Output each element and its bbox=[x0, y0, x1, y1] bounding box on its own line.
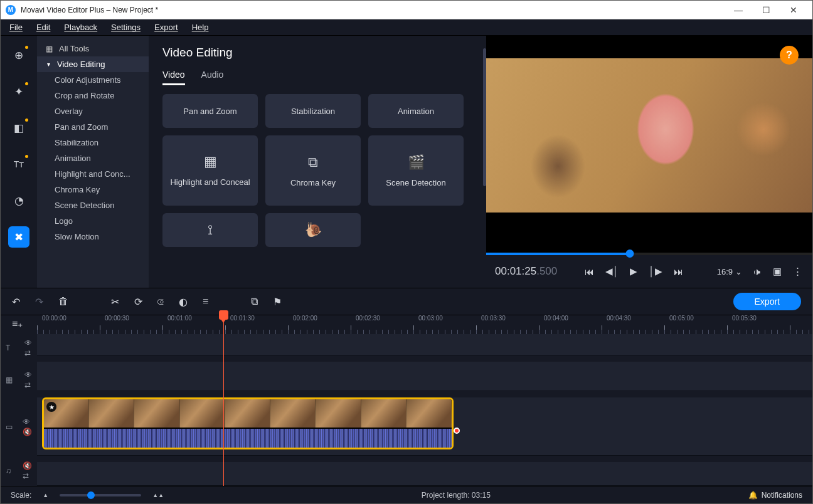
redo-button[interactable]: ↷ bbox=[35, 296, 43, 308]
maximize-button[interactable]: ☐ bbox=[752, 1, 780, 19]
menu-export[interactable]: Export bbox=[154, 23, 178, 32]
color-button[interactable]: ◐ bbox=[179, 296, 188, 308]
video-lane[interactable]: ★ bbox=[37, 397, 812, 456]
app-icon: M bbox=[6, 5, 16, 15]
scene-icon: 🎬 bbox=[408, 154, 425, 171]
eye-icon[interactable]: 👁 bbox=[24, 370, 32, 379]
snapshot-button[interactable]: ▣ bbox=[772, 266, 783, 277]
video-frame bbox=[486, 58, 812, 213]
export-button[interactable]: Export bbox=[733, 293, 801, 310]
sidebar-item-slow-motion[interactable]: Slow Motion bbox=[37, 229, 149, 244]
eye-icon[interactable]: 👁 bbox=[23, 417, 32, 426]
rail-wand-button[interactable]: ✦ bbox=[8, 81, 29, 102]
card-animation[interactable]: Animation bbox=[368, 94, 464, 128]
sidebar-item-color-adjustments[interactable]: Color Adjustments bbox=[37, 72, 149, 88]
project-length: Project length: 03:15 bbox=[175, 491, 737, 500]
volume-button[interactable]: 🕩 bbox=[751, 266, 763, 277]
track-head-audio[interactable]: ♫ 🔇⇄ bbox=[1, 456, 37, 486]
play-button[interactable]: ▶ bbox=[629, 266, 639, 277]
sidebar-video-editing[interactable]: ▾ Video Editing bbox=[37, 56, 149, 72]
minimize-button[interactable]: — bbox=[725, 1, 752, 19]
prev-clip-button[interactable]: ⏮ bbox=[583, 266, 595, 277]
rotate-button[interactable]: ⟳ bbox=[134, 296, 142, 308]
clip-end-handle[interactable] bbox=[454, 428, 460, 434]
sidebar-item-animation[interactable]: Animation bbox=[37, 150, 149, 166]
adjust-button[interactable]: ≡ bbox=[203, 296, 208, 307]
rail-moon-button[interactable]: ◔ bbox=[8, 190, 29, 211]
add-track-button[interactable]: ≡₊ bbox=[12, 318, 23, 330]
star-icon: ★ bbox=[46, 402, 56, 412]
card-stabilization[interactable]: Stabilization bbox=[265, 94, 361, 128]
track-head-overlay[interactable]: ▦ 👁⇄ bbox=[1, 362, 37, 397]
card-extra-2[interactable]: 🐌 bbox=[265, 213, 361, 247]
sidebar-item-crop-rotate[interactable]: Crop and Rotate bbox=[37, 88, 149, 103]
video-clip[interactable]: ★ bbox=[42, 397, 454, 449]
step-fwd-button[interactable]: │▶ bbox=[647, 266, 663, 277]
menu-playback[interactable]: Playback bbox=[64, 23, 97, 32]
record-button[interactable]: ⧉ bbox=[251, 296, 258, 307]
card-extra-1[interactable]: ⟟ bbox=[162, 213, 258, 247]
zoom-out-button[interactable]: ▲ bbox=[43, 492, 48, 498]
statusbar: Scale: ▲ ▲▲ Project length: 03:15 🔔 Noti… bbox=[1, 486, 812, 503]
scale-knob[interactable] bbox=[87, 491, 95, 499]
track-lanes[interactable]: ★ bbox=[37, 334, 812, 486]
sidebar-item-scene-detection[interactable]: Scene Detection bbox=[37, 197, 149, 213]
titles-lane[interactable] bbox=[37, 334, 812, 355]
notifications-button[interactable]: 🔔 Notifications bbox=[748, 491, 802, 500]
undo-button[interactable]: ↶ bbox=[12, 296, 20, 308]
audio-lane[interactable] bbox=[37, 462, 812, 486]
track-head-video[interactable]: ▭ 👁🔇 bbox=[1, 397, 37, 456]
sidebar-label: All Tools bbox=[59, 44, 89, 53]
mute-icon[interactable]: 🔇 bbox=[23, 428, 32, 436]
card-pan-zoom[interactable]: Pan and Zoom bbox=[162, 94, 258, 128]
panel-tabs: Video Audio bbox=[162, 70, 481, 85]
video-viewport[interactable] bbox=[486, 36, 812, 253]
timeline-tracks: T 👁⇄ ▦ 👁⇄ ▭ 👁🔇 ♫ 🔇⇄ bbox=[1, 334, 812, 486]
next-clip-button[interactable]: ⏭ bbox=[672, 266, 684, 277]
close-button[interactable]: ✕ bbox=[780, 1, 807, 19]
rail-panel-button[interactable]: ◧ bbox=[8, 117, 29, 139]
rail-add-button[interactable]: ⊕ bbox=[8, 45, 29, 66]
panel-title: Video Editing bbox=[162, 46, 481, 60]
main-area: ⊕ ✦ ◧ Tᴛ ◔ ✖ ▦ All Tools ▾ Video Editing… bbox=[1, 36, 812, 288]
overlay-lane[interactable] bbox=[37, 362, 812, 391]
effects-grid: Pan and Zoom Stabilization Animation ▦ H… bbox=[162, 94, 481, 247]
crop-button[interactable]: ⟃ bbox=[157, 296, 164, 307]
card-chroma-key[interactable]: ⧉ Chroma Key bbox=[265, 135, 361, 206]
preview-seekbar[interactable] bbox=[486, 253, 812, 255]
tab-video[interactable]: Video bbox=[162, 70, 185, 85]
sidebar-item-chroma-key[interactable]: Chroma Key bbox=[37, 182, 149, 197]
sidebar-item-stabilization[interactable]: Stabilization bbox=[37, 135, 149, 150]
link-icon[interactable]: ⇄ bbox=[24, 349, 32, 357]
mute-icon[interactable]: 🔇 bbox=[23, 461, 32, 470]
rail-text-button[interactable]: Tᴛ bbox=[8, 154, 29, 175]
sidebar-all-tools[interactable]: ▦ All Tools bbox=[37, 41, 149, 56]
menu-edit[interactable]: Edit bbox=[36, 23, 50, 32]
sidebar-item-overlay[interactable]: Overlay bbox=[37, 103, 149, 119]
link-icon[interactable]: ⇄ bbox=[24, 381, 32, 389]
step-back-button[interactable]: ◀│ bbox=[604, 266, 620, 277]
marker-button[interactable]: ⚑ bbox=[273, 296, 282, 308]
aspect-ratio-selector[interactable]: 16:9 ⌄ bbox=[717, 267, 742, 276]
zoom-in-button[interactable]: ▲▲ bbox=[152, 492, 164, 498]
menu-settings[interactable]: Settings bbox=[111, 23, 141, 32]
menu-file[interactable]: File bbox=[9, 23, 23, 32]
card-scene-detection[interactable]: 🎬 Scene Detection bbox=[368, 135, 464, 206]
sidebar-item-pan-zoom[interactable]: Pan and Zoom bbox=[37, 119, 149, 135]
more-button[interactable]: ⋮ bbox=[792, 266, 804, 277]
delete-button[interactable]: 🗑 bbox=[58, 296, 68, 307]
seek-knob[interactable] bbox=[625, 249, 634, 258]
scale-slider[interactable] bbox=[60, 494, 141, 496]
tab-audio[interactable]: Audio bbox=[201, 70, 224, 85]
cut-button[interactable]: ✂ bbox=[111, 296, 119, 308]
sidebar-item-logo[interactable]: Logo bbox=[37, 213, 149, 229]
timeline-ruler[interactable]: ≡₊ 00:00:00 00:00:30 00:01:00 00:01:30 0… bbox=[1, 315, 812, 334]
link-icon[interactable]: ⇄ bbox=[23, 471, 32, 480]
sidebar-item-highlight-conceal[interactable]: Highlight and Conc... bbox=[37, 166, 149, 182]
card-highlight-conceal[interactable]: ▦ Highlight and Conceal bbox=[162, 135, 258, 206]
help-button[interactable]: ? bbox=[780, 46, 799, 65]
track-head-titles[interactable]: T 👁⇄ bbox=[1, 334, 37, 362]
eye-icon[interactable]: 👁 bbox=[24, 339, 32, 347]
rail-tools-button[interactable]: ✖ bbox=[8, 226, 29, 248]
menu-help[interactable]: Help bbox=[192, 23, 209, 32]
